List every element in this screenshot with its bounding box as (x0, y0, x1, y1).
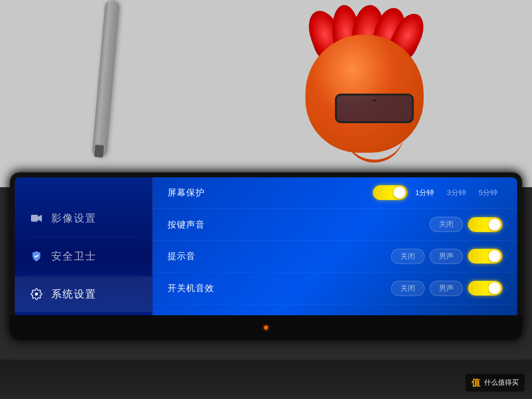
alert-sound-male-option[interactable]: 男声 (430, 249, 463, 264)
main-content: 屏幕保护 1分钟 3分钟 5分钟 按键声音 关闭 (153, 177, 517, 335)
time-option-3min[interactable]: 3分钟 (442, 186, 470, 200)
alert-sound-off-option[interactable]: 关闭 (391, 249, 425, 264)
plush-toy (296, 5, 433, 163)
screen-saver-controls: 1分钟 3分钟 5分钟 (373, 185, 502, 200)
sidebar: 影像设置 安全卫士 (15, 177, 153, 335)
gear-icon (30, 287, 43, 301)
power-sound-off-option[interactable]: 关闭 (391, 281, 425, 296)
watermark: 值 什么值得买 (466, 374, 525, 392)
key-sound-off-option[interactable]: 关闭 (430, 217, 463, 232)
video-settings-label: 影像设置 (51, 211, 97, 225)
alert-sound-controls: 关闭 男声 (391, 249, 502, 264)
svg-point-2 (35, 293, 38, 296)
key-sound-toggle[interactable] (468, 217, 502, 232)
wall-texture (0, 0, 532, 187)
device-screen: 影像设置 安全卫士 (15, 177, 517, 335)
sidebar-divider-1 (29, 237, 138, 237)
time-option-1min[interactable]: 1分钟 (410, 186, 439, 200)
device-body: 影像设置 安全卫士 (10, 172, 522, 340)
time-option-5min[interactable]: 5分钟 (474, 186, 502, 200)
device-container: 影像设置 安全卫士 (0, 172, 532, 360)
led-indicator (264, 326, 268, 330)
svg-marker-1 (38, 215, 42, 222)
safety-guardian-label: 安全卫士 (51, 249, 97, 263)
plush-glasses (335, 94, 414, 123)
plush-face (325, 79, 424, 167)
key-sound-label: 按键声音 (167, 219, 232, 231)
sidebar-item-safety-guardian[interactable]: 安全卫士 (15, 238, 152, 274)
wall-background (0, 0, 532, 187)
video-icon (30, 211, 43, 225)
screen-saver-row: 屏幕保护 1分钟 3分钟 5分钟 (153, 177, 517, 209)
power-sound-controls: 关闭 男声 (391, 281, 502, 296)
plush-smile (345, 133, 404, 163)
power-sound-male-option[interactable]: 男声 (430, 281, 463, 296)
plush-body (305, 34, 424, 153)
svg-rect-0 (31, 215, 38, 222)
sidebar-item-system-settings[interactable]: 系统设置 (15, 276, 152, 312)
device-bottom (10, 315, 522, 340)
power-sound-row: 开关机音效 关闭 男声 (153, 272, 517, 304)
screen-saver-label: 屏幕保护 (167, 187, 232, 199)
floor-area (0, 360, 532, 399)
alert-sound-row: 提示音 关闭 男声 (153, 241, 517, 273)
power-sound-label: 开关机音效 (167, 282, 232, 294)
key-sound-controls: 关闭 (430, 217, 502, 232)
key-sound-row: 按键声音 关闭 (153, 209, 517, 241)
system-settings-label: 系统设置 (51, 287, 97, 301)
alert-sound-label: 提示音 (167, 250, 232, 262)
screen-saver-toggle[interactable] (373, 185, 407, 200)
sidebar-item-video-settings[interactable]: 影像设置 (15, 200, 152, 236)
alert-sound-toggle[interactable] (468, 249, 502, 264)
sidebar-divider-2 (29, 275, 138, 275)
power-sound-toggle[interactable] (468, 281, 502, 296)
watermark-text: 什么值得买 (484, 378, 519, 387)
shield-icon (30, 249, 43, 263)
watermark-logo: 值 (471, 377, 480, 389)
